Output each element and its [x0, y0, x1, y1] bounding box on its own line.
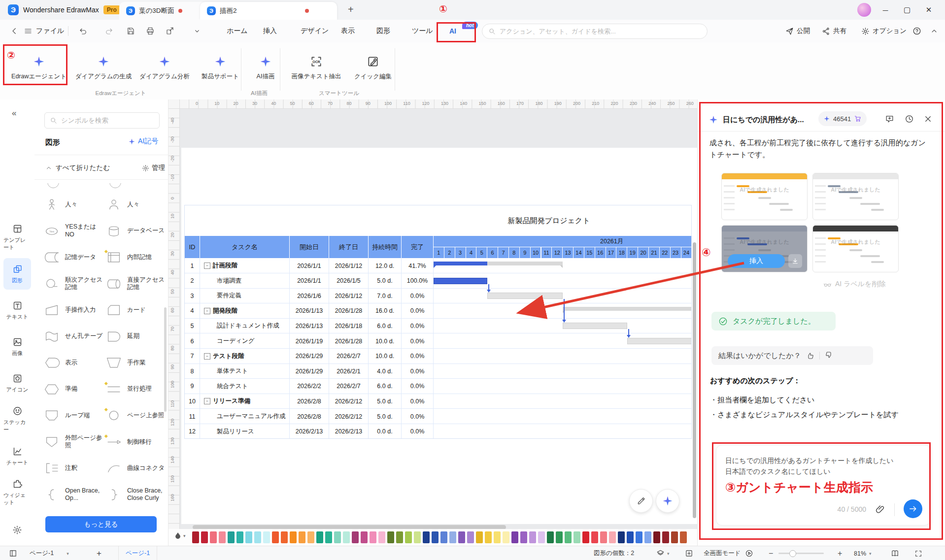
- zoom-slider-knob[interactable]: [789, 550, 796, 557]
- avatar[interactable]: [857, 3, 871, 17]
- close-panel-icon[interactable]: [923, 114, 933, 124]
- help-button[interactable]: [912, 20, 921, 42]
- color-swatch[interactable]: [449, 531, 456, 543]
- color-swatch[interactable]: [387, 531, 394, 543]
- symbol-transfer[interactable]: ◆制御移行: [103, 429, 164, 455]
- color-swatch[interactable]: [396, 531, 403, 543]
- gantt-chart[interactable]: 新製品開発プロジェクトIDタスク名開始日終了日持続時間完了20261月12345…: [184, 205, 692, 439]
- color-swatch[interactable]: [414, 531, 421, 543]
- color-swatch[interactable]: [299, 531, 305, 543]
- color-swatch[interactable]: [254, 531, 261, 543]
- symbol-manual_op[interactable]: 手作業: [103, 350, 164, 376]
- collapse-minus-icon[interactable]: −: [204, 308, 210, 314]
- collapse-minus-icon[interactable]: −: [204, 398, 210, 404]
- color-swatch[interactable]: [565, 531, 572, 543]
- sidebar-item-text[interactable]: テキスト: [3, 295, 31, 326]
- sidebar-item-shapes[interactable]: 図形: [3, 258, 31, 290]
- settings-gear-icon[interactable]: [12, 525, 22, 535]
- color-swatch[interactable]: [529, 531, 536, 543]
- color-swatch[interactable]: [245, 531, 252, 543]
- gantt-template-thumbnail[interactable]: AIで生成されました挿入: [721, 225, 808, 272]
- zoom-level[interactable]: 81%▾: [854, 546, 872, 560]
- color-swatch[interactable]: [361, 531, 368, 543]
- gantt-summary-bar[interactable]: [563, 307, 692, 311]
- gantt-task-bar[interactable]: [487, 293, 563, 299]
- sidebar-item-chart[interactable]: チャート: [3, 440, 31, 472]
- page-setup-icon[interactable]: [9, 546, 17, 560]
- symbol-annot[interactable]: 注釈: [41, 456, 103, 481]
- sidebar-item-tmpl[interactable]: テンプレート: [3, 222, 31, 253]
- symbol-seq[interactable]: 順次アクセス記憶: [41, 271, 103, 296]
- symbol-stored[interactable]: 記憶データ: [41, 245, 103, 270]
- color-swatch[interactable]: [538, 531, 545, 543]
- canvas-area[interactable]: 0102030405060708090100110120130140150160…: [169, 99, 697, 546]
- tab-挿入[interactable]: 挿入: [263, 20, 277, 42]
- ribbon-button-quick[interactable]: クイック編集: [345, 46, 401, 90]
- symbol-loop[interactable]: ループ端: [41, 403, 103, 428]
- ribbon-button-diagram_gen[interactable]: ダイアグラムの生成: [69, 46, 138, 90]
- ribbon-button-ocr[interactable]: OCR画像テキスト抽出: [282, 46, 351, 90]
- symbol-brace_open[interactable]: Open Brace, Op...: [41, 482, 103, 507]
- redo-button[interactable]: [104, 20, 113, 42]
- symbol-yes[interactable]: YesYESまたはNO: [41, 218, 103, 244]
- color-swatch[interactable]: [653, 531, 660, 543]
- color-swatch[interactable]: [485, 531, 492, 543]
- global-search-input[interactable]: アクション、アセット、ガイドを検索...: [482, 24, 708, 39]
- new-tab-button[interactable]: +: [348, 4, 354, 15]
- manage-button[interactable]: 管理: [142, 164, 165, 172]
- color-swatch[interactable]: [370, 531, 376, 543]
- color-swatch[interactable]: [644, 531, 651, 543]
- canvas-vscrollbar[interactable]: [693, 242, 696, 518]
- insert-button[interactable]: 挿入: [728, 254, 785, 268]
- color-swatch[interactable]: [432, 531, 439, 543]
- color-swatch[interactable]: [520, 531, 527, 543]
- ai-pen-button[interactable]: [629, 489, 653, 513]
- color-swatch[interactable]: [423, 531, 430, 543]
- zoom-out-button[interactable]: −: [769, 546, 773, 560]
- maximize-button[interactable]: ▢: [897, 0, 917, 20]
- tab-ホーム[interactable]: ホーム: [227, 20, 248, 42]
- ribbon-button-ai_draw[interactable]: AI描画: [243, 46, 288, 90]
- fit-page-button[interactable]: [685, 546, 693, 560]
- symbol-offpage[interactable]: 外部ページ参照: [41, 429, 103, 455]
- sidebar-item-stick[interactable]: ステッカー: [3, 404, 31, 435]
- symbol-tape[interactable]: せん孔テープ: [41, 324, 103, 349]
- tab-ツール[interactable]: ツール: [412, 20, 433, 42]
- collapse-ribbon-button[interactable]: [930, 20, 938, 42]
- gantt-template-thumbnail[interactable]: AIで生成されました: [721, 173, 808, 220]
- color-swatch[interactable]: [307, 531, 314, 543]
- color-swatch[interactable]: [680, 531, 687, 543]
- sidebar-item-widget[interactable]: ウィジェット: [3, 477, 31, 508]
- color-swatch[interactable]: [591, 531, 598, 543]
- symbol-manual_input[interactable]: 手操作入力: [41, 297, 103, 323]
- color-swatch[interactable]: [201, 531, 208, 543]
- expand-button[interactable]: [914, 546, 922, 560]
- symbol-scrollbar[interactable]: [164, 307, 167, 412]
- symbol-card[interactable]: カード: [103, 297, 164, 323]
- color-swatch[interactable]: [263, 531, 270, 543]
- color-swatch[interactable]: [352, 531, 359, 543]
- thumbs-up-icon[interactable]: [806, 352, 814, 360]
- collapse-minus-icon[interactable]: −: [204, 353, 210, 360]
- ribbon-button-diagram_ana[interactable]: ダイアグラム分析: [132, 46, 197, 90]
- color-swatch[interactable]: [281, 531, 288, 543]
- color-swatch[interactable]: [325, 531, 332, 543]
- tab-ai[interactable]: AI: [449, 20, 456, 42]
- export-button[interactable]: [166, 20, 174, 42]
- zoom-slider[interactable]: [778, 546, 824, 560]
- symbol-internal[interactable]: ◆内部記憶: [103, 245, 164, 270]
- collapse-panel-button[interactable]: «: [12, 108, 16, 118]
- color-swatch[interactable]: [609, 531, 616, 543]
- zoom-in-button[interactable]: +: [838, 546, 842, 560]
- symbol-display[interactable]: 表示: [41, 350, 103, 376]
- close-button[interactable]: ✕: [918, 0, 939, 20]
- color-swatch[interactable]: [192, 531, 199, 543]
- minimize-button[interactable]: ─: [875, 0, 896, 20]
- ai-sparkle-button[interactable]: [656, 489, 679, 513]
- options-button[interactable]: オプション: [861, 20, 907, 42]
- color-swatch[interactable]: [671, 531, 678, 543]
- save-button[interactable]: [126, 20, 135, 42]
- color-swatch[interactable]: [627, 531, 634, 543]
- color-swatch[interactable]: [334, 531, 341, 543]
- color-swatch[interactable]: [600, 531, 607, 543]
